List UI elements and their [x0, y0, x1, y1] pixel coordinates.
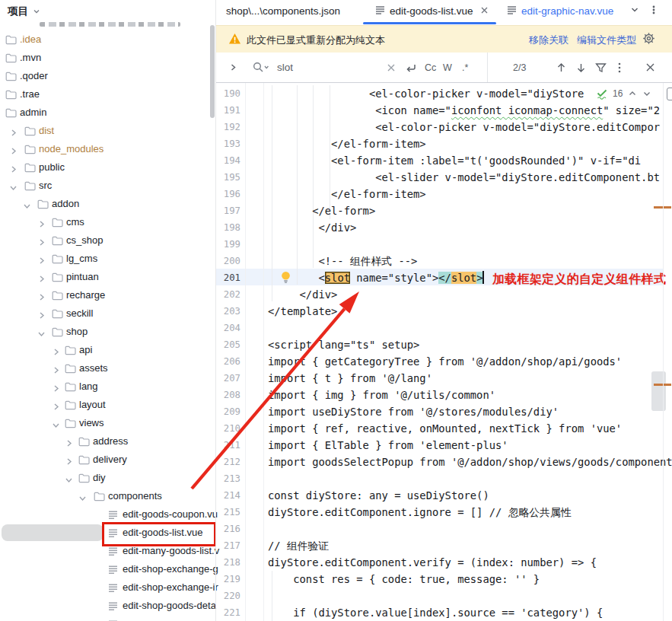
tab-options-kebab-icon[interactable]	[648, 5, 659, 18]
tree-item-views[interactable]: views	[0, 414, 215, 432]
tree-item-edit-goods-list.vue[interactable]: edit-goods-list.vue	[0, 524, 215, 542]
code-line-211: import { ElTable } from 'element-plus'	[268, 437, 508, 454]
editor-scrollbar[interactable]	[651, 371, 666, 411]
tree-item-components[interactable]: components	[0, 487, 215, 505]
tree-item-label: src	[39, 180, 52, 191]
chevron-right-icon[interactable]	[9, 145, 18, 158]
tree-item-public[interactable]: public	[0, 158, 215, 177]
gear-icon[interactable]	[642, 32, 655, 48]
tree-item-.mvn[interactable]: .mvn	[0, 49, 215, 67]
chevron-right-icon[interactable]	[52, 346, 60, 359]
line-number: 210	[216, 420, 240, 437]
folder-icon	[78, 454, 90, 468]
filter-icon[interactable]	[595, 53, 607, 82]
chevron-down-icon[interactable]	[37, 327, 46, 341]
tree-item-admin[interactable]: admin	[0, 104, 215, 122]
line-number: 195	[216, 169, 240, 186]
tree-item-label: seckill	[66, 307, 93, 319]
tree-item-addon[interactable]: addon	[0, 195, 215, 213]
code-line-214: const diyStore: any = useDiyStore()	[268, 487, 489, 504]
chevron-right-icon[interactable]	[65, 455, 73, 469]
expand-search-chevron-icon[interactable]	[229, 53, 237, 82]
previous-match-icon[interactable]	[556, 53, 566, 82]
tree-item-delivery[interactable]: delivery	[0, 451, 215, 469]
tree-item-layout[interactable]: layout	[0, 396, 215, 414]
tree-item-cms[interactable]: cms	[0, 213, 215, 231]
intention-bulb-icon[interactable]	[280, 271, 291, 287]
tree-item-edit-many-goods-list.v[interactable]: edit-many-goods-list.v	[0, 542, 215, 560]
tab-edit-goods-list.vue[interactable]: edit-goods-list.vue	[375, 0, 489, 22]
search-options-kebab-icon[interactable]	[617, 53, 622, 82]
clear-search-icon[interactable]	[387, 53, 396, 82]
tree-item-node_modules[interactable]: node_modules	[0, 140, 215, 158]
tree-item-src[interactable]: src	[0, 177, 215, 195]
tab-list-chevron-icon[interactable]	[629, 5, 640, 18]
chevron-right-icon[interactable]	[37, 272, 46, 286]
chevron-right-icon[interactable]	[37, 236, 46, 250]
tree-item-edit-shop-exchange-ir[interactable]: edit-shop-exchange-ir	[0, 578, 215, 597]
tree-item-edit-goods-coupon.vu[interactable]: edit-goods-coupon.vu	[0, 505, 215, 524]
tree-item-recharge[interactable]: recharge	[0, 286, 215, 304]
tree-item-.trae[interactable]: .trae	[0, 85, 215, 104]
chevron-right-icon[interactable]	[37, 218, 46, 231]
tree-item-.idea[interactable]: .idea	[0, 30, 215, 49]
tree-item-lang[interactable]: lang	[0, 377, 215, 396]
chevron-right-icon[interactable]	[52, 364, 60, 377]
tree-item-partial[interactable]	[0, 615, 215, 621]
tab-shop-...-components.json[interactable]: shop\...\components.json	[226, 0, 340, 22]
search-icon[interactable]	[253, 53, 269, 82]
line-number: 194	[216, 152, 240, 169]
folder-icon	[52, 326, 63, 340]
new-line-icon[interactable]	[405, 53, 417, 82]
chevron-right-icon[interactable]	[37, 254, 46, 268]
chevron-right-icon[interactable]	[52, 382, 60, 396]
chevron-right-icon[interactable]	[37, 291, 46, 304]
chevron-right-icon[interactable]	[9, 126, 18, 140]
search-input[interactable]: slot	[277, 53, 293, 82]
line-number: 198	[216, 219, 240, 236]
tab-edit-graphic-nav.vue[interactable]: edit-graphic-nav.vue	[507, 0, 613, 22]
folder-icon	[52, 253, 63, 267]
ide-window: 项目 .idea.mvn.qoder.traeadmindistnode_mod…	[0, 0, 672, 621]
line-number: 193	[216, 135, 240, 152]
close-tab-icon[interactable]	[480, 5, 489, 17]
tree-item-address[interactable]: address	[0, 432, 215, 451]
chevron-right-icon[interactable]	[37, 309, 46, 323]
chevron-down-icon[interactable]	[65, 473, 73, 487]
tree-item-seckill[interactable]: seckill	[0, 304, 215, 323]
chevron-down-icon[interactable]	[52, 419, 60, 432]
tree-scrollbar[interactable]	[210, 25, 215, 118]
tree-item-pintuan[interactable]: pintuan	[0, 268, 215, 286]
inspection-widget[interactable]: 16	[597, 85, 651, 102]
line-number: 199	[216, 236, 240, 253]
tree-item-label: cs_shop	[66, 234, 103, 246]
tree-item-.qoder[interactable]: .qoder	[0, 67, 215, 85]
chevron-right-icon[interactable]	[65, 437, 73, 451]
tree-item-shop[interactable]: shop	[0, 323, 215, 341]
close-search-icon[interactable]	[645, 53, 655, 82]
tree-item-dist[interactable]: dist	[0, 122, 215, 140]
tree-item-label: cms	[66, 216, 84, 228]
next-match-icon[interactable]	[576, 53, 586, 82]
tree-item-edit-shop-exchange-g[interactable]: edit-shop-exchange-g	[0, 560, 215, 578]
tree-item-assets[interactable]: assets	[0, 359, 215, 377]
tree-item-api[interactable]: api	[0, 341, 215, 359]
project-panel-header[interactable]: 项目	[8, 3, 40, 20]
tree-item-lg_cms[interactable]: lg_cms	[0, 250, 215, 268]
whole-words-toggle[interactable]: W	[443, 53, 452, 82]
code-line-193: </el-form-item>	[268, 135, 426, 152]
tree-item-edit-shop-goods-deta[interactable]: edit-shop-goods-deta	[0, 597, 215, 615]
edit-file-type-link[interactable]: 编辑文件类型	[577, 33, 636, 47]
chevron-down-icon[interactable]	[23, 199, 31, 213]
regex-toggle[interactable]: .*	[462, 53, 468, 82]
folder-icon	[5, 89, 17, 103]
remove-association-link[interactable]: 移除关联	[529, 33, 568, 47]
match-case-toggle[interactable]: Cc	[425, 53, 436, 82]
chevron-right-icon[interactable]	[52, 400, 60, 414]
tree-item-diy[interactable]: diy	[0, 469, 215, 487]
chevron-down-icon[interactable]	[78, 492, 87, 505]
chevron-right-icon[interactable]	[9, 163, 18, 177]
code-line-205: <script lang="ts" setup>	[268, 336, 419, 353]
tree-item-cs_shop[interactable]: cs_shop	[0, 231, 215, 250]
chevron-down-icon[interactable]	[9, 181, 18, 195]
